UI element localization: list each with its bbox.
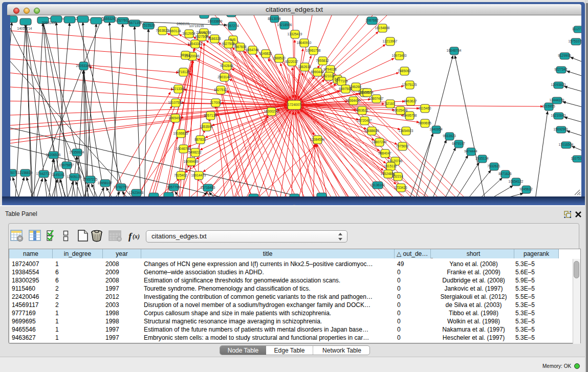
- svg-text:1965493: 1965493: [168, 116, 182, 120]
- svg-text:252214: 252214: [392, 174, 403, 178]
- svg-text:3215955: 3215955: [542, 104, 555, 108]
- svg-text:546: 546: [230, 38, 236, 41]
- svg-text:12213363: 12213363: [171, 87, 186, 91]
- svg-text:17359924: 17359924: [70, 150, 84, 154]
- svg-text:1615112: 1615112: [384, 164, 397, 168]
- svg-text:8813054: 8813054: [268, 17, 281, 20]
- svg-text:9933923: 9933923: [443, 134, 456, 138]
- svg-text:16154808: 16154808: [375, 26, 390, 30]
- svg-text:15300273: 15300273: [264, 110, 279, 113]
- svg-text:117006: 117006: [210, 101, 221, 104]
- svg-text:14055714: 14055714: [17, 27, 32, 30]
- svg-text:6479197: 6479197: [452, 142, 465, 145]
- svg-text:16553267: 16553267: [102, 17, 117, 20]
- svg-text:16914479: 16914479: [191, 173, 206, 177]
- svg-text:1588520: 1588520: [272, 56, 286, 60]
- svg-text:15720407: 15720407: [357, 119, 372, 122]
- svg-text:10719155: 10719155: [189, 24, 204, 28]
- svg-text:3912954: 3912954: [182, 32, 195, 35]
- svg-text:18495758: 18495758: [402, 114, 417, 117]
- svg-text:12093823: 12093823: [551, 83, 566, 86]
- svg-text:19975857: 19975857: [59, 163, 74, 167]
- svg-text:1145191: 1145191: [52, 173, 65, 177]
- svg-text:10973403: 10973403: [392, 54, 407, 57]
- svg-text:9884047: 9884047: [378, 151, 391, 155]
- svg-text:3624554: 3624554: [360, 91, 374, 94]
- svg-text:9474444: 9474444: [464, 149, 477, 153]
- svg-text:16782759: 16782759: [114, 185, 128, 189]
- svg-text:16033809: 16033809: [208, 19, 223, 23]
- svg-text:7625402: 7625402: [174, 173, 187, 177]
- svg-text:2803144: 2803144: [217, 75, 231, 79]
- svg-text:9777109: 9777109: [335, 79, 348, 83]
- svg-text:8322037: 8322037: [285, 60, 298, 63]
- svg-text:10654122: 10654122: [509, 180, 524, 183]
- svg-text:16099489: 16099489: [184, 160, 199, 163]
- svg-text:8660124: 8660124: [168, 29, 181, 33]
- svg-text:1733426: 1733426: [394, 186, 407, 189]
- svg-text:16648784: 16648784: [447, 49, 462, 52]
- svg-text:10961758: 10961758: [306, 49, 321, 52]
- svg-text:9327505: 9327505: [195, 35, 208, 38]
- svg-text:13654923: 13654923: [399, 129, 413, 133]
- svg-text:9327508: 9327508: [222, 42, 235, 46]
- svg-text:2935134: 2935134: [475, 157, 489, 160]
- svg-text:1362615: 1362615: [298, 65, 311, 69]
- svg-text:9146821: 9146821: [259, 52, 272, 55]
- svg-text:7975692: 7975692: [396, 144, 409, 148]
- svg-text:7357274: 7357274: [226, 24, 239, 28]
- svg-text:16210643: 16210643: [551, 114, 566, 117]
- svg-text:15751074: 15751074: [569, 39, 581, 43]
- svg-text:20364436: 20364436: [346, 99, 361, 102]
- svg-text:17016504: 17016504: [559, 143, 574, 146]
- svg-text:12444159: 12444159: [550, 98, 564, 102]
- svg-text:9915071: 9915071: [10, 171, 18, 174]
- svg-text:7485063: 7485063: [398, 69, 411, 73]
- svg-text:6966101: 6966101: [177, 22, 190, 26]
- svg-text:15136161: 15136161: [371, 183, 385, 187]
- svg-text:17957225: 17957225: [83, 178, 98, 181]
- svg-text:19218506: 19218506: [277, 23, 292, 27]
- svg-text:13325419: 13325419: [288, 32, 302, 36]
- svg-text:16543382: 16543382: [188, 42, 203, 46]
- svg-text:17975125: 17975125: [402, 83, 417, 86]
- svg-text:9227342: 9227342: [554, 68, 568, 71]
- svg-text:9115460: 9115460: [419, 106, 431, 110]
- svg-text:8471626: 8471626: [498, 172, 512, 176]
- svg-text:12923448: 12923448: [129, 191, 144, 194]
- svg-text:20206536: 20206536: [46, 153, 61, 157]
- svg-text:10807487: 10807487: [369, 97, 384, 100]
- svg-text:1621022: 1621022: [322, 74, 335, 78]
- svg-text:12213967: 12213967: [383, 39, 398, 43]
- svg-text:7515520: 7515520: [142, 24, 155, 27]
- svg-text:7663822: 7663822: [156, 29, 169, 32]
- svg-text:10958107: 10958107: [98, 181, 113, 185]
- svg-text:8454749: 8454749: [246, 48, 259, 52]
- svg-text:10120746: 10120746: [388, 159, 403, 163]
- svg-text:2867608: 2867608: [233, 45, 247, 49]
- svg-text:1167534: 1167534: [571, 157, 581, 160]
- svg-text:9794028: 9794028: [323, 68, 337, 71]
- svg-text:1112734: 1112734: [572, 27, 581, 31]
- svg-text:12905135: 12905135: [67, 175, 82, 179]
- svg-text:9242848: 9242848: [220, 64, 233, 68]
- svg-text:1724007: 1724007: [288, 103, 301, 106]
- svg-text:18807249: 18807249: [372, 140, 387, 144]
- svg-text:15716485: 15716485: [201, 186, 215, 189]
- svg-text:16671355: 16671355: [127, 21, 142, 25]
- svg-text:10025438: 10025438: [393, 108, 408, 112]
- svg-text:8427512: 8427512: [214, 88, 227, 92]
- svg-text:23226058: 23226058: [197, 31, 211, 34]
- svg-text:18640910: 18640910: [297, 41, 312, 45]
- svg-text:10046768: 10046768: [176, 147, 191, 150]
- svg-text:f: f: [128, 231, 133, 242]
- svg-text:9245612: 9245612: [519, 187, 533, 191]
- svg-text:98961: 98961: [181, 53, 190, 57]
- svg-text:9857791: 9857791: [167, 185, 180, 189]
- svg-text:6497508: 6497508: [339, 87, 352, 91]
- svg-text:9129906: 9129906: [558, 54, 571, 57]
- svg-text:1640954: 1640954: [429, 127, 443, 131]
- svg-text:7863622: 7863622: [355, 108, 368, 112]
- svg-text:2718126: 2718126: [177, 70, 190, 74]
- svg-text:8990443: 8990443: [311, 70, 324, 74]
